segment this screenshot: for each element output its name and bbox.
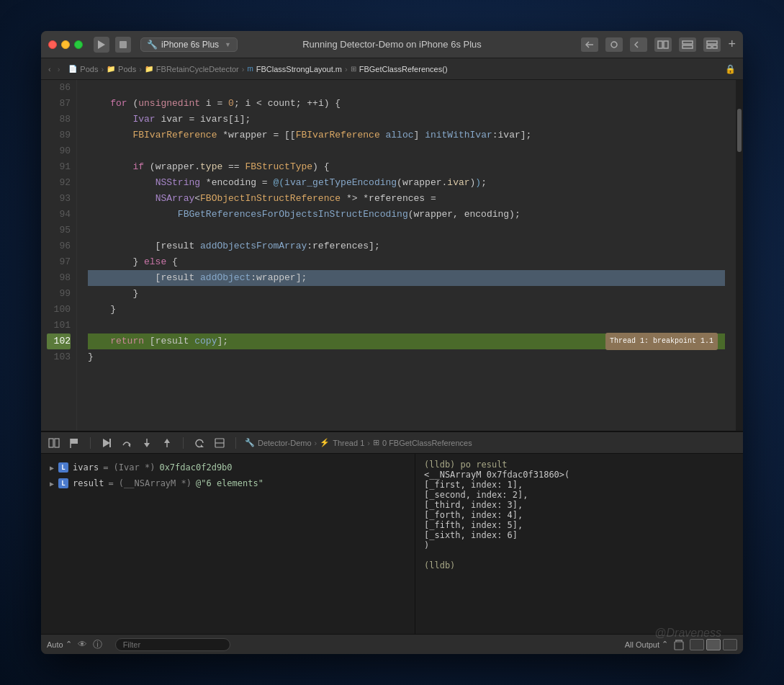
stop-square-icon bbox=[120, 41, 127, 48]
svg-marker-21 bbox=[201, 444, 204, 447]
sep-2: › bbox=[139, 65, 142, 73]
device-selector[interactable]: 🔧 iPhone 6s Plus ▼ bbox=[140, 37, 238, 52]
svg-rect-10 bbox=[49, 439, 53, 447]
var-type-icon-result: L bbox=[58, 478, 68, 488]
line-88: 88 bbox=[47, 112, 71, 127]
titlebar-controls: 🔧 iPhone 6s Plus ▼ bbox=[94, 37, 238, 53]
output-selector[interactable]: All Output ⌃ bbox=[625, 640, 668, 649]
line-86: 86 bbox=[47, 80, 71, 96]
breadcrumb-pods-icon: 📄 bbox=[68, 65, 77, 73]
step-out-button[interactable] bbox=[160, 436, 174, 450]
watermark: @Draveness bbox=[654, 627, 721, 634]
debug-sep-bc-2: › bbox=[367, 439, 370, 447]
layout-buttons bbox=[690, 639, 737, 650]
svg-rect-7 bbox=[707, 41, 717, 44]
breakpoint-badge: Thread 1: breakpoint 1.1 bbox=[605, 333, 718, 350]
svg-rect-3 bbox=[658, 41, 662, 48]
line-101: 101 bbox=[47, 318, 71, 333]
layout-btn-3[interactable] bbox=[723, 639, 737, 650]
debug-app-name: Detector-Demo bbox=[258, 439, 312, 447]
breadcrumb-func-icon: ⊞ bbox=[351, 65, 356, 73]
titlebar: 🔧 iPhone 6s Plus ▼ Running Detector-Demo… bbox=[41, 31, 743, 58]
var-type-result: = (__NSArrayM *) bbox=[108, 478, 192, 488]
code-editor: 86 87 88 89 90 91 92 93 94 95 96 97 98 9… bbox=[41, 80, 743, 431]
breadcrumb-pods-2: Pods bbox=[118, 65, 136, 73]
share-debug-button[interactable] bbox=[212, 436, 227, 450]
debug-breadcrumb: 🔧 Detector-Demo › ⚡ Thread 1 › ⊞ 0 FBGet… bbox=[245, 438, 472, 447]
output-label: All Output bbox=[625, 640, 659, 649]
scrollbar-thumb[interactable] bbox=[737, 109, 742, 152]
info-button[interactable]: ⓘ bbox=[93, 638, 102, 651]
continue-button[interactable] bbox=[99, 436, 114, 450]
code-line-87: for (unsigned int i = 0; i < count; ++i)… bbox=[88, 96, 725, 112]
breadcrumb-filename: FBClassStrongLayout.m bbox=[256, 65, 342, 73]
debug-toolbar: 🔧 Detector-Demo › ⚡ Thread 1 › ⊞ 0 FBGet… bbox=[41, 432, 743, 454]
line-100: 100 bbox=[47, 302, 71, 318]
console-blank bbox=[424, 550, 734, 560]
svg-marker-18 bbox=[144, 443, 150, 447]
var-name-result: result bbox=[73, 478, 104, 488]
line-103: 103 bbox=[47, 349, 71, 365]
debug-sep-bc-1: › bbox=[315, 439, 317, 447]
debug-func-name: 0 FBGetClassReferences bbox=[382, 439, 472, 447]
var-name-ivars: ivars bbox=[73, 462, 99, 473]
close-button[interactable] bbox=[48, 40, 57, 49]
console-result-8: ) bbox=[424, 540, 734, 550]
navigate-back[interactable] bbox=[630, 37, 647, 52]
svg-rect-8 bbox=[707, 45, 711, 48]
add-tab-button[interactable]: + bbox=[728, 37, 736, 52]
nav-forward-icon[interactable]: › bbox=[58, 65, 60, 73]
eye-button[interactable]: 👁 bbox=[78, 639, 87, 650]
stop-button[interactable] bbox=[115, 37, 131, 53]
line-87: 87 bbox=[47, 96, 71, 112]
back-button[interactable] bbox=[581, 37, 598, 52]
editor-scrollbar[interactable] bbox=[736, 80, 743, 431]
line-95: 95 bbox=[47, 223, 71, 238]
layout-btn-1[interactable] bbox=[690, 639, 704, 650]
expand-ivars-icon[interactable]: ▶ bbox=[50, 464, 54, 472]
var-item-ivars: ▶ L ivars = (Ivar *) 0x7fdac0f2d9b0 bbox=[47, 460, 409, 475]
toggle-panes-button[interactable] bbox=[47, 436, 61, 450]
window-title: Running Detector-Demo on iPhone 6s Plus bbox=[302, 39, 482, 50]
flag-button[interactable] bbox=[67, 436, 81, 450]
filter-container bbox=[115, 637, 612, 651]
panel-layout-2[interactable] bbox=[679, 37, 696, 52]
maximize-button[interactable] bbox=[74, 40, 83, 49]
panel-layout-1[interactable] bbox=[654, 37, 672, 52]
traffic-lights bbox=[48, 40, 83, 49]
layout-btn-2[interactable] bbox=[706, 639, 721, 650]
debug-sep-3 bbox=[235, 437, 236, 449]
app-icon: 🔧 bbox=[147, 40, 158, 50]
auto-selector[interactable]: Auto ⌃ bbox=[47, 640, 72, 649]
filter-input[interactable] bbox=[115, 638, 230, 651]
code-line-95 bbox=[88, 223, 725, 238]
step-in-button[interactable] bbox=[140, 436, 154, 450]
nav-back-icon[interactable]: ‹ bbox=[48, 65, 51, 73]
debug-bottom-bar: Auto ⌃ 👁 ⓘ All Output ⌃ bbox=[41, 634, 743, 654]
var-item-result: ▶ L result = (__NSArrayM *) @"6 elements… bbox=[47, 475, 409, 491]
xcode-window: 🔧 iPhone 6s Plus ▼ Running Detector-Demo… bbox=[41, 31, 743, 654]
line-92: 92 bbox=[47, 175, 71, 191]
console-output[interactable]: (lldb) po result <__NSArrayM 0x7fdac0f31… bbox=[415, 454, 743, 634]
var-type-ivars: = (Ivar *) bbox=[103, 462, 155, 473]
line-102-current: 102 bbox=[47, 333, 71, 349]
debug-area: 🔧 Detector-Demo › ⚡ Thread 1 › ⊞ 0 FBGet… bbox=[41, 431, 743, 654]
line-99: 99 bbox=[47, 286, 71, 302]
console-result-6: [_fifth, index: 5], bbox=[424, 520, 734, 530]
console-result-1: <__NSArrayM 0x7fdac0f31860>( bbox=[424, 470, 734, 480]
breadcrumb-folder-icon: 📁 bbox=[107, 65, 115, 73]
panel-layout-3[interactable] bbox=[703, 37, 721, 52]
minimize-button[interactable] bbox=[61, 40, 70, 49]
expand-result-icon[interactable]: ▶ bbox=[50, 480, 54, 488]
step-over-button[interactable] bbox=[120, 436, 134, 450]
console-panel: (lldb) po result <__NSArrayM 0x7fdac0f31… bbox=[415, 454, 743, 634]
debug-content: ▶ L ivars = (Ivar *) 0x7fdac0f2d9b0 ▶ L … bbox=[41, 454, 743, 634]
file-breadcrumb: ‹ › 📄 Pods › 📁 Pods › 📁 FBRetainCycleDet… bbox=[48, 65, 448, 73]
play-button[interactable] bbox=[94, 37, 109, 53]
restart-button[interactable] bbox=[192, 436, 207, 450]
trash-button[interactable] bbox=[674, 639, 684, 650]
code-content[interactable]: for (unsigned int i = 0; i < count; ++i)… bbox=[77, 80, 736, 431]
code-line-100: } bbox=[88, 302, 725, 318]
share-button[interactable] bbox=[605, 37, 623, 52]
svg-marker-20 bbox=[164, 439, 170, 443]
